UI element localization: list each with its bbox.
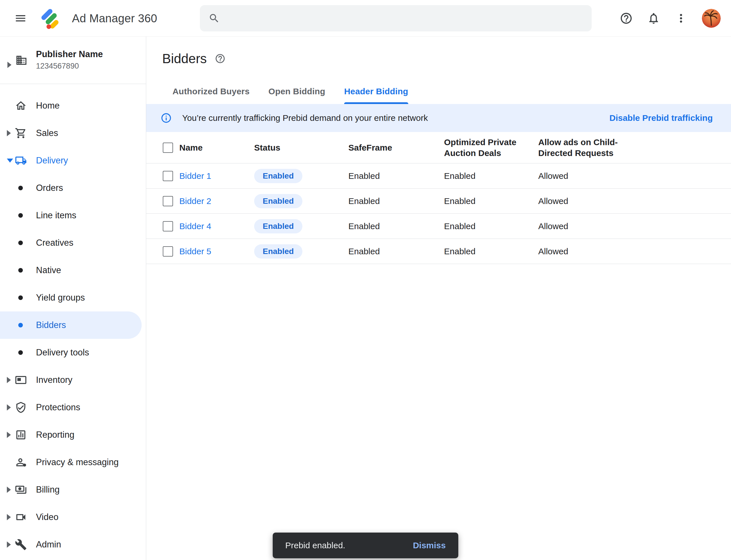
select-all-checkbox[interactable] xyxy=(163,143,173,153)
column-header-allow-child-directed: Allow ads on Child-Directed Requests xyxy=(538,137,630,159)
bell-icon xyxy=(647,12,660,25)
column-header-status: Status xyxy=(254,143,281,152)
inventory-icon xyxy=(15,374,27,386)
optimized-deals-value: Enabled xyxy=(444,247,475,256)
top-app-bar: Ad Manager 360 xyxy=(0,0,731,37)
bullet-icon xyxy=(18,268,23,273)
sidebar-item-home[interactable]: Home xyxy=(0,92,146,119)
body-row: Publisher Name 1234567890 Home Sales xyxy=(0,37,731,560)
sidebar-item-orders[interactable]: Orders xyxy=(0,174,146,202)
bidder-link[interactable]: Bidder 4 xyxy=(179,221,211,231)
safeframe-value: Enabled xyxy=(349,196,380,206)
sidebar-item-label: Protections xyxy=(36,402,80,413)
bidder-link[interactable]: Bidder 2 xyxy=(179,196,211,206)
sidebar-item-admin[interactable]: Admin xyxy=(0,531,146,558)
person-icon xyxy=(15,456,27,468)
sidebar-nav: Home Sales Delivery Orders xyxy=(0,84,146,558)
optimized-deals-value: Enabled xyxy=(444,196,475,206)
disable-prebid-trafficking-link[interactable]: Disable Prebid trafficking xyxy=(609,113,713,123)
chevron-right-icon xyxy=(7,541,11,548)
sidebar-item-bidders[interactable]: Bidders xyxy=(0,311,142,339)
sidebar-item-reporting[interactable]: Reporting xyxy=(0,421,146,449)
bullet-icon xyxy=(18,350,23,355)
chevron-right-icon xyxy=(7,404,11,411)
tab-header-bidding[interactable]: Header Bidding xyxy=(344,86,408,104)
sidebar-item-delivery[interactable]: Delivery xyxy=(0,147,146,174)
sidebar-item-native[interactable]: Native xyxy=(0,257,146,284)
sidebar-item-privacy-messaging[interactable]: Privacy & messaging xyxy=(0,449,146,476)
bidders-table: Name Status SafeFrame Optimized Private … xyxy=(146,132,731,264)
sidebar-item-label: Delivery xyxy=(36,155,68,166)
sidebar-item-label: Billing xyxy=(36,485,60,495)
bullet-icon xyxy=(18,241,23,245)
help-icon xyxy=(620,12,633,25)
menu-button[interactable] xyxy=(14,0,27,37)
chevron-right-icon xyxy=(7,62,11,68)
table-row: Bidder 1 Enabled Enabled Enabled Allowed xyxy=(146,163,731,189)
sidebar-item-label: Reporting xyxy=(36,430,74,440)
status-badge: Enabled xyxy=(254,219,303,233)
ad-manager-logo-icon xyxy=(41,8,62,29)
sidebar-item-creatives[interactable]: Creatives xyxy=(0,229,146,257)
chevron-right-icon xyxy=(7,130,11,136)
row-checkbox[interactable] xyxy=(163,171,173,181)
sidebar-item-billing[interactable]: Billing xyxy=(0,476,146,503)
child-directed-value: Allowed xyxy=(538,247,568,256)
sidebar: Publisher Name 1234567890 Home Sales xyxy=(0,37,146,560)
home-icon xyxy=(15,100,27,112)
sidebar-item-yield-groups[interactable]: Yield groups xyxy=(0,284,146,311)
row-checkbox[interactable] xyxy=(163,196,173,206)
sidebar-item-label: Orders xyxy=(36,183,63,193)
status-badge: Enabled xyxy=(254,244,303,259)
bullet-icon xyxy=(18,213,23,218)
sidebar-item-label: Home xyxy=(36,101,60,111)
child-directed-value: Allowed xyxy=(538,196,568,206)
bidder-link[interactable]: Bidder 5 xyxy=(179,247,211,256)
more-options-button[interactable] xyxy=(674,12,688,25)
bidder-link[interactable]: Bidder 1 xyxy=(179,171,211,181)
dismiss-button[interactable]: Dismiss xyxy=(413,541,446,550)
sidebar-item-sales[interactable]: Sales xyxy=(0,119,146,147)
tab-bar: Authorized Buyers Open Bidding Header Bi… xyxy=(173,86,731,104)
tab-open-bidding[interactable]: Open Bidding xyxy=(269,86,325,104)
optimized-deals-value: Enabled xyxy=(444,171,475,181)
help-button[interactable] xyxy=(620,12,633,25)
avatar[interactable] xyxy=(702,9,721,28)
notifications-button[interactable] xyxy=(647,12,660,25)
sidebar-item-inventory[interactable]: Inventory xyxy=(0,366,146,394)
table-row: Bidder 2 Enabled Enabled Enabled Allowed xyxy=(146,189,731,214)
snackbar: Prebid enabled. Dismiss xyxy=(273,533,458,558)
page-title: Bidders xyxy=(162,51,207,66)
table-row: Bidder 5 Enabled Enabled Enabled Allowed xyxy=(146,239,731,264)
header-actions xyxy=(620,0,721,37)
chevron-right-icon xyxy=(7,514,11,520)
info-icon xyxy=(161,112,172,124)
row-checkbox[interactable] xyxy=(163,221,173,231)
sidebar-item-label: Bidders xyxy=(36,320,66,330)
tab-authorized-buyers[interactable]: Authorized Buyers xyxy=(173,86,250,104)
truck-icon xyxy=(15,155,27,167)
search-input[interactable] xyxy=(227,13,583,23)
banner-text: You’re currently trafficking Prebid dema… xyxy=(182,113,428,123)
row-checkbox[interactable] xyxy=(163,246,173,257)
sidebar-item-label: Creatives xyxy=(36,238,73,248)
search-icon xyxy=(209,13,220,24)
sidebar-item-video[interactable]: Video xyxy=(0,503,146,531)
sidebar-item-line-items[interactable]: Line items xyxy=(0,202,146,229)
hamburger-icon xyxy=(14,12,27,25)
ad-manager-app: Ad Manager 360 xyxy=(0,0,731,560)
optimized-deals-value: Enabled xyxy=(444,221,475,231)
publisher-switcher[interactable]: Publisher Name 1234567890 xyxy=(0,37,146,84)
cart-icon xyxy=(15,127,27,139)
chevron-right-icon xyxy=(7,487,11,493)
page-help-button[interactable] xyxy=(215,53,226,64)
sidebar-item-label: Delivery tools xyxy=(36,347,89,358)
chevron-down-icon xyxy=(7,159,13,163)
sidebar-item-protections[interactable]: Protections xyxy=(0,394,146,421)
search-bar xyxy=(200,5,592,31)
shield-icon xyxy=(15,401,27,413)
sidebar-item-delivery-tools[interactable]: Delivery tools xyxy=(0,339,146,366)
bullet-icon xyxy=(18,186,23,190)
column-header-optimized-private-auction-deals: Optimized Private Auction Deals xyxy=(444,137,530,159)
table-row: Bidder 4 Enabled Enabled Enabled Allowed xyxy=(146,214,731,239)
